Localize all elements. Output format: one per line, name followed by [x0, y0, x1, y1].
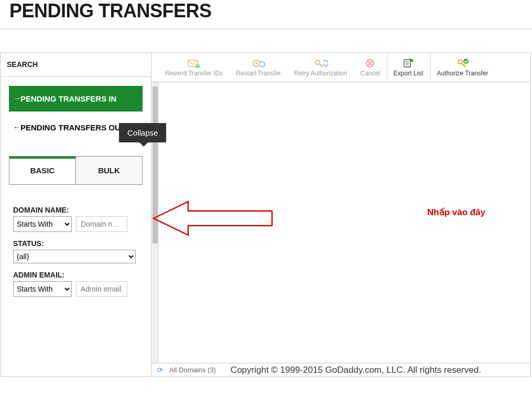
collapse-tooltip: Collapse: [119, 123, 166, 142]
search-tabs: BASIC BULK: [9, 156, 143, 185]
svg-point-8: [463, 59, 469, 64]
sidebar: SEARCH → PENDING TRANSFERS IN ← PENDING …: [1, 53, 151, 376]
refresh-icon[interactable]: ⟳: [151, 366, 168, 374]
svg-point-4: [316, 60, 320, 64]
sidebar-body: → PENDING TRANSFERS IN ← PENDING TRANSFE…: [1, 76, 151, 304]
tab-basic[interactable]: BASIC: [9, 157, 76, 184]
status-bar: ⟳ All Domains (3) Copyright © 1999-2015 …: [151, 363, 530, 376]
nav-label: PENDING TRANSFERS IN: [20, 93, 136, 104]
key-refresh-icon: [313, 58, 328, 69]
toolbar-label: Authorize Transfer: [437, 70, 488, 77]
search-form: DOMAIN NAME: Starts With STATUS: (all): [9, 185, 143, 297]
toolbar: Resend Transfer IDs Restart Transfer Ret…: [151, 53, 530, 82]
admin-email-operator-select[interactable]: Starts With: [13, 281, 72, 297]
admin-email-label: ADMIN EMAIL:: [13, 271, 143, 279]
scrollbar-thumb[interactable]: [153, 86, 158, 243]
toolbar-label: Export List: [394, 70, 424, 77]
toolbar-label: Retry Authorization: [294, 70, 347, 77]
arrow-left-icon: ←: [13, 122, 20, 132]
toolbar-label: Restart Transfer: [236, 70, 281, 77]
main-content: Resend Transfer IDs Restart Transfer Ret…: [151, 53, 530, 376]
toolbar-label: Cancel: [360, 70, 379, 77]
admin-email-input[interactable]: [76, 281, 127, 297]
restart-transfer-button[interactable]: Restart Transfer: [230, 53, 288, 82]
retry-authorization-button[interactable]: Retry Authorization: [288, 53, 354, 82]
export-icon: [401, 58, 416, 69]
status-label: STATUS:: [13, 239, 143, 248]
domain-name-label: DOMAIN NAME:: [13, 206, 143, 214]
key-check-icon: [455, 58, 470, 69]
page-title: PENDING TRANSFERS: [0, 0, 532, 28]
resend-transfer-ids-button[interactable]: Resend Transfer IDs: [159, 53, 230, 82]
svg-point-1: [196, 64, 200, 68]
tab-bulk[interactable]: BULK: [76, 157, 142, 184]
toolbar-label: Resend Transfer IDs: [165, 70, 223, 77]
main-panel: SEARCH → PENDING TRANSFERS IN ← PENDING …: [0, 52, 531, 377]
copyright-text: Copyright © 1999-2015 GoDaddy.com, LLC. …: [231, 365, 481, 375]
annotation-arrow-icon: [151, 197, 445, 239]
nav-pending-transfers-in[interactable]: → PENDING TRANSFERS IN: [9, 86, 143, 112]
svg-point-3: [255, 62, 257, 64]
svg-point-7: [458, 60, 462, 64]
domain-name-input[interactable]: [76, 216, 127, 232]
authorize-transfer-button[interactable]: Authorize Transfer: [430, 53, 495, 82]
arrow-right-icon: →: [13, 93, 20, 103]
export-list-button[interactable]: Export List: [387, 53, 430, 82]
cancel-icon: [363, 58, 377, 69]
cancel-button[interactable]: Cancel: [354, 53, 386, 82]
status-select[interactable]: (all): [13, 250, 136, 263]
gear-refresh-icon: [251, 58, 266, 69]
mail-icon: [187, 58, 201, 69]
all-domains-status[interactable]: All Domains (3): [168, 366, 216, 374]
divider: [0, 28, 532, 29]
sidebar-header: SEARCH: [1, 53, 151, 76]
domain-name-operator-select[interactable]: Starts With: [13, 216, 72, 232]
annotation-label: Nhấp vào đây: [427, 207, 485, 218]
